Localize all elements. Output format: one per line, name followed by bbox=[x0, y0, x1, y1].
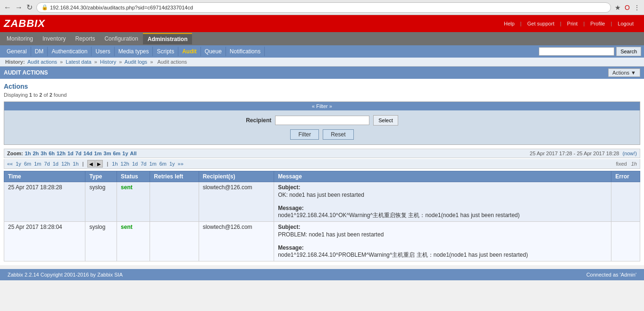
zoom-all[interactable]: All bbox=[130, 151, 137, 156]
nav-row: «« 1y 6m 1m 7d 1d 12h 1h | ◀ ▶ | 1h 12h … bbox=[4, 159, 640, 169]
nav-next-6m[interactable]: 6m bbox=[159, 161, 167, 167]
subnav-queue[interactable]: Queue bbox=[201, 47, 226, 56]
filter-button[interactable]: Filter bbox=[290, 129, 319, 140]
row2-error bbox=[611, 222, 640, 261]
reset-button[interactable]: Reset bbox=[323, 129, 353, 140]
subnav-audit[interactable]: Audit bbox=[178, 47, 201, 56]
nav-next-12h[interactable]: 12h bbox=[121, 161, 129, 167]
logo: ZABBIX bbox=[4, 17, 45, 30]
zoom-2h[interactable]: 2h bbox=[33, 151, 39, 156]
breadcrumb-history[interactable]: History bbox=[100, 59, 116, 65]
nav-next-all[interactable]: »» bbox=[178, 161, 184, 167]
nav-prev-6m[interactable]: 6m bbox=[24, 161, 31, 167]
nav-next-1h[interactable]: 1h bbox=[112, 161, 117, 167]
row1-body-label: Message: bbox=[278, 205, 607, 211]
zoom-1d[interactable]: 1d bbox=[67, 151, 74, 156]
bookmark-icon[interactable]: ★ bbox=[615, 4, 621, 11]
zoom-14d[interactable]: 14d bbox=[84, 151, 92, 156]
row1-error bbox=[611, 182, 640, 222]
nav-left: «« 1y 6m 1m 7d 1d 12h 1h | ◀ ▶ | 1h 12h … bbox=[7, 160, 184, 168]
reload-icon[interactable]: ↻ bbox=[26, 3, 33, 12]
nav-inventory[interactable]: Inventory bbox=[38, 34, 70, 44]
url-bar[interactable]: 192.168.244.30/zabbix/auditacts.php?sid=… bbox=[50, 5, 193, 10]
nav-prev-1y[interactable]: 1y bbox=[16, 161, 21, 167]
nav-next-1y[interactable]: 1y bbox=[169, 161, 175, 167]
nav-administration[interactable]: Administration bbox=[143, 33, 192, 44]
nav-next-7d[interactable]: 7d bbox=[141, 161, 146, 167]
nav-reports[interactable]: Reports bbox=[70, 34, 100, 44]
zoom-range-text: 25 Apr 2017 17:28 - 25 Apr 2017 18:28 bbox=[530, 151, 619, 156]
filter-body: Recipient Select Filter Reset bbox=[4, 110, 640, 144]
nav-configuration[interactable]: Configuration bbox=[100, 34, 142, 44]
back-icon[interactable]: ← bbox=[4, 3, 11, 12]
recipient-label: Recipient bbox=[246, 117, 271, 124]
menu-icon[interactable]: ⋮ bbox=[634, 4, 640, 11]
filter-header[interactable]: « Filter » bbox=[4, 102, 640, 110]
select-button[interactable]: Select bbox=[373, 115, 398, 126]
subnav-media-types[interactable]: Media types bbox=[115, 47, 153, 56]
zoom-now-link[interactable]: (now!) bbox=[622, 151, 637, 156]
row1-subject: OK: node1 has just been restarted bbox=[278, 192, 607, 198]
actions-dropdown-button[interactable]: Actions ▼ bbox=[608, 68, 640, 77]
nav-next-1d[interactable]: 1d bbox=[132, 161, 138, 167]
subnav-authentication[interactable]: Authentication bbox=[48, 47, 92, 56]
main-content: Actions Displaying 1 to 2 of 2 found « F… bbox=[0, 79, 644, 265]
nav-prev-1m[interactable]: 1m bbox=[34, 161, 41, 167]
get-support-link[interactable]: Get support bbox=[527, 21, 554, 26]
table-row: 25 Apr 2017 18:28:28 syslog sent slowtec… bbox=[4, 182, 640, 222]
zoom-1m[interactable]: 1m bbox=[94, 151, 102, 156]
search-input[interactable] bbox=[539, 47, 614, 56]
nav-prev-12h[interactable]: 12h bbox=[61, 161, 70, 167]
row2-subject-label: Subject: bbox=[278, 224, 607, 230]
row2-retries bbox=[150, 222, 199, 261]
subnav-notifications[interactable]: Notifications bbox=[226, 47, 265, 56]
filter-row: Recipient Select bbox=[246, 115, 398, 126]
col-message: Message bbox=[274, 171, 611, 182]
breadcrumb-current: Audit actions bbox=[157, 59, 187, 65]
row1-body: node1^192.168.244.10^OK^Warning^主机重启恢复 主… bbox=[278, 211, 607, 219]
row1-retries bbox=[150, 182, 199, 222]
search-button[interactable]: Search bbox=[616, 47, 641, 56]
col-recipients: Recipient(s) bbox=[199, 171, 274, 182]
row1-recipients: slowtech@126.com bbox=[199, 182, 274, 222]
subnav-scripts[interactable]: Scripts bbox=[153, 47, 178, 56]
help-link[interactable]: Help bbox=[504, 21, 515, 26]
nav-arrow-right[interactable]: ▶ bbox=[95, 160, 103, 168]
nav-right-label: fixed 1h bbox=[616, 161, 637, 167]
data-table: Time Type Status Retries left Recipient(… bbox=[4, 171, 640, 261]
breadcrumb-audit-logs[interactable]: Audit logs bbox=[125, 59, 147, 65]
row1-type: syslog bbox=[85, 182, 117, 222]
zoom-1h[interactable]: 1h bbox=[25, 151, 31, 156]
nav-next-1m[interactable]: 1m bbox=[149, 161, 156, 167]
nav-prev-1d[interactable]: 1d bbox=[53, 161, 59, 167]
row2-message: Subject: PROBLEM: node1 has just been re… bbox=[274, 222, 611, 261]
nav-prev-7d[interactable]: 7d bbox=[44, 161, 50, 167]
nav-monitoring[interactable]: Monitoring bbox=[2, 34, 38, 44]
breadcrumb-audit-actions[interactable]: Audit actions bbox=[27, 59, 57, 65]
zoom-6m[interactable]: 6m bbox=[113, 151, 120, 156]
zoom-bar: Zoom: 1h 2h 3h 6h 12h 1d 7d 14d 1m 3m 6m… bbox=[4, 149, 640, 158]
lock-icon: 🔒 bbox=[42, 4, 48, 10]
zoom-7d[interactable]: 7d bbox=[75, 151, 82, 156]
search-area: Search bbox=[539, 47, 641, 56]
recipient-input[interactable] bbox=[275, 116, 369, 125]
breadcrumb-latest-data[interactable]: Latest data bbox=[66, 59, 91, 65]
subnav-users[interactable]: Users bbox=[92, 47, 114, 56]
profile-link[interactable]: Profile bbox=[590, 21, 605, 26]
forward-icon[interactable]: → bbox=[15, 3, 23, 12]
print-link[interactable]: Print bbox=[567, 21, 578, 26]
subnav-dm[interactable]: DM bbox=[31, 47, 48, 56]
zoom-3m[interactable]: 3m bbox=[104, 151, 111, 156]
zoom-1y[interactable]: 1y bbox=[122, 151, 128, 156]
zoom-6h[interactable]: 6h bbox=[49, 151, 55, 156]
col-retries: Retries left bbox=[150, 171, 199, 182]
logout-link[interactable]: Logout bbox=[618, 21, 634, 26]
opera-icon: O bbox=[625, 4, 630, 11]
zoom-12h[interactable]: 12h bbox=[57, 151, 66, 156]
zoom-3h[interactable]: 3h bbox=[41, 151, 47, 156]
subnav-general[interactable]: General bbox=[3, 47, 31, 56]
col-time: Time bbox=[4, 171, 85, 182]
nav-arrow-left[interactable]: ◀ bbox=[87, 160, 95, 168]
nav-prev-all[interactable]: «« bbox=[7, 161, 13, 167]
nav-prev-1h[interactable]: 1h bbox=[73, 161, 78, 167]
